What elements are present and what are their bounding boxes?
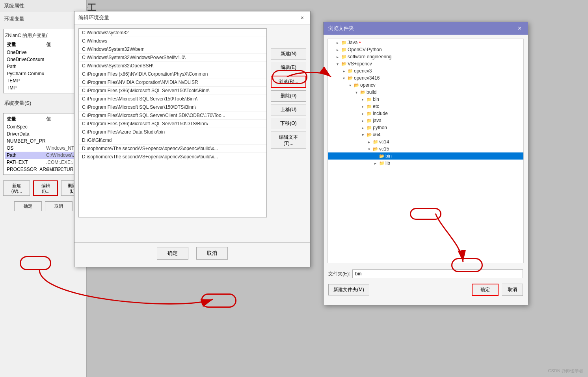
chevron-x64 xyxy=(359,133,366,137)
browse-footer: 新建文件夹(M) 确定 取消 xyxy=(324,280,528,299)
tree-include[interactable]: include xyxy=(328,110,523,117)
path-item-11[interactable]: C:\Program Files (x86)\Microsoft SQL Ser… xyxy=(79,120,266,128)
tree-opencv3[interactable]: opencv3 xyxy=(328,67,523,74)
chevron-etc xyxy=(359,104,366,109)
tree-vc15[interactable]: vc15 xyxy=(328,145,523,152)
chevron-opencv-python xyxy=(334,48,341,52)
path-item-10[interactable]: C:\Program Files\Microsoft SQL Server\Cl… xyxy=(79,111,266,120)
edit-sys-var-btn[interactable]: 编辑(I)... xyxy=(33,180,58,196)
browse-folder-dialog: 浏览文件夹 × Java • OpenCV-Python software en… xyxy=(323,22,528,305)
sys-var-header-row: 变量 值 xyxy=(5,115,81,123)
sys-props-cancel-btn[interactable]: 取消 xyxy=(45,201,73,211)
tree-label-opencv3416: opencv3416 xyxy=(354,75,380,81)
tree-build[interactable]: build xyxy=(328,89,523,96)
path-item-7[interactable]: C:\Program Files (x86)\Microsoft SQL Ser… xyxy=(79,87,266,95)
sys-var-comspec[interactable]: ComSpec xyxy=(5,123,81,130)
move-up-btn[interactable]: 上移(U) xyxy=(271,104,306,115)
chevron-vc14 xyxy=(366,140,372,144)
tree-vs-opencv[interactable]: VS+opencv xyxy=(328,60,523,67)
tree-vc14[interactable]: vc14 xyxy=(328,138,523,145)
tree-build-bin[interactable]: bin xyxy=(328,96,523,103)
edit-env-footer: 确定 取消 xyxy=(74,242,310,264)
tree-lib[interactable]: lib xyxy=(328,160,523,167)
edit-btn-highlight xyxy=(201,293,236,308)
path-item-4[interactable]: C:\Windows\System32\OpenSSH\ xyxy=(79,62,266,70)
folder-icon-vc14 xyxy=(372,139,379,145)
tree-vc15-bin[interactable]: bin xyxy=(328,152,523,160)
path-item-12[interactable]: C:\Program Files\Azure Data Studio\bin xyxy=(79,128,266,136)
tree-etc[interactable]: etc xyxy=(328,103,523,110)
new-path-btn[interactable]: 新建(N) xyxy=(271,48,306,59)
edit-env-right-buttons: 新建(N) 编辑(E) 浏览(B)... 删除(D) 上移(U) 下移(O) 编… xyxy=(271,48,306,149)
path-list: C:\Windows\system32 C:\Windows C:\Window… xyxy=(78,28,267,217)
path-item-1[interactable]: C:\Windows xyxy=(79,37,266,45)
sys-var-driverdata[interactable]: DriverData xyxy=(5,130,81,137)
sys-var-os[interactable]: OSWindows_NT xyxy=(5,145,81,152)
user-var-pycharm[interactable]: PyCharm Commu xyxy=(5,70,81,77)
delete-path-btn[interactable]: 删除(D) xyxy=(271,90,306,102)
path-item-8[interactable]: C:\Program Files\Microsoft SQL Server\15… xyxy=(79,95,266,103)
tree-opencv[interactable]: opencv xyxy=(328,82,523,89)
browse-close-btn[interactable]: × xyxy=(516,25,523,32)
tree-x64[interactable]: x64 xyxy=(328,131,523,138)
chevron-build-bin xyxy=(359,97,366,102)
chevron-include xyxy=(359,111,366,116)
sys-var-path-row[interactable]: PathC:\Windows\system32;C:\Windows;C:\Wi… xyxy=(5,152,81,159)
chevron-opencv3 xyxy=(341,69,347,73)
browse-titlebar: 浏览文件夹 × xyxy=(324,22,528,35)
folder-icon-include xyxy=(366,111,373,116)
sys-var-pathext[interactable]: PATHEXT.COM;.EXE;.BAT;.CMD;.VBS;.VBE;.JS… xyxy=(5,159,81,166)
user-var-temp[interactable]: TEMP xyxy=(5,77,81,84)
sys-props-ok-btn[interactable]: 确定 xyxy=(14,201,42,211)
path-item-14[interactable]: D:\sophomore\The second\VS+opencv\opencv… xyxy=(79,145,266,153)
tree-label-vc14: vc14 xyxy=(379,139,389,145)
edit-path-btn[interactable]: 编辑(E) xyxy=(271,62,306,73)
user-var-onedriveconsum[interactable]: OneDriveConsum xyxy=(5,56,81,63)
tree-opencv-python[interactable]: OpenCV-Python xyxy=(328,46,523,53)
path-item-6[interactable]: C:\Program Files\NVIDIA Corporation\NVID… xyxy=(79,78,266,87)
user-var-onedrive[interactable]: OneDrive xyxy=(5,49,81,56)
tree-java[interactable]: Java • xyxy=(328,39,523,46)
tree-java2[interactable]: java xyxy=(328,117,523,124)
edit-env-ok-btn[interactable]: 确定 xyxy=(157,247,188,260)
edit-text-btn[interactable]: 编辑文本(T)... xyxy=(271,132,306,149)
new-sys-var-btn[interactable]: 新建(W)... xyxy=(3,180,30,196)
tree-label-vc15-bin: bin xyxy=(385,153,392,159)
browse-cancel-btn[interactable]: 取消 xyxy=(502,284,523,296)
folder-icon-opencv3 xyxy=(347,68,354,74)
browse-btn[interactable]: 浏览(B)... xyxy=(271,76,306,88)
edit-env-close-btn[interactable]: × xyxy=(298,14,306,22)
user-var-tmp[interactable]: TMP xyxy=(5,84,81,91)
path-item-9[interactable]: C:\Program Files\Microsoft SQL Server\15… xyxy=(79,103,266,111)
folder-icon-opencv3416 xyxy=(347,75,354,81)
path-item-15[interactable]: D:\sophomore\The second\VS+opencv\opencv… xyxy=(79,153,266,161)
path-item-3[interactable]: C:\Windows\System32\WindowsPowerShell\v1… xyxy=(79,54,266,62)
tree-label-vs-opencv: VS+opencv xyxy=(348,61,372,67)
env-vars-label: 环境变量 xyxy=(0,12,86,26)
tree-python[interactable]: python xyxy=(328,124,523,131)
new-folder-btn[interactable]: 新建文件夹(M) xyxy=(328,284,369,295)
browse-ok-btn[interactable]: 确定 xyxy=(472,284,499,296)
folder-icon-python xyxy=(366,125,373,130)
chevron-opencv3416 xyxy=(341,76,347,80)
tree-opencv3416[interactable]: opencv3416 xyxy=(328,74,523,82)
chevron-opencv xyxy=(347,83,353,87)
path-item-13[interactable]: D:\Git\Git\cmd xyxy=(79,136,266,145)
tree-label-java: Java xyxy=(348,40,357,45)
sys-vars-label: 系统变量(S) xyxy=(0,97,86,110)
folder-label-row: 文件夹(E): xyxy=(324,267,528,280)
sys-var-proc-arch[interactable]: PROCESSOR_ARCHITECTUREAMD64 xyxy=(5,166,81,173)
folder-icon-vc15 xyxy=(372,146,379,152)
move-down-btn[interactable]: 下移(O) xyxy=(271,118,306,129)
path-item-5[interactable]: C:\Program Files (x86)\NVIDIA Corporatio… xyxy=(79,70,266,78)
sys-props-footer-btns: 确定 取消 xyxy=(0,198,86,214)
edit-env-cancel-btn[interactable]: 取消 xyxy=(196,247,228,260)
tree-label-vc15: vc15 xyxy=(379,146,389,152)
edit-env-titlebar: 编辑环境变量 × xyxy=(74,11,310,24)
path-item-0[interactable]: C:\Windows\system32 xyxy=(79,29,266,37)
user-var-path[interactable]: Path xyxy=(5,63,81,70)
path-item-2[interactable]: C:\Windows\System32\Wbem xyxy=(79,45,266,54)
tree-software-eng[interactable]: software engineering xyxy=(328,53,523,60)
sys-var-numproc[interactable]: NUMBER_OF_PR xyxy=(5,137,81,145)
folder-input[interactable] xyxy=(352,269,523,278)
